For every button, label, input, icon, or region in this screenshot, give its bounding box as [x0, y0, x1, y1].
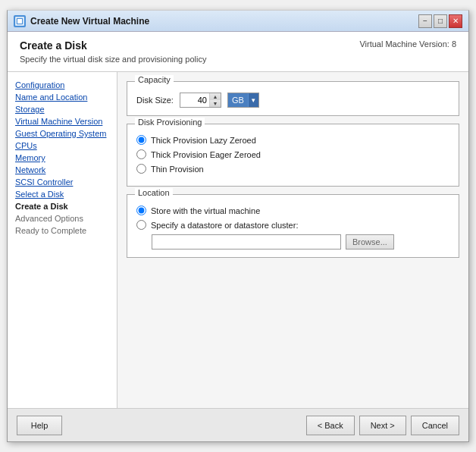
- sidebar-item-create-disk: Create a Disk: [14, 201, 111, 212]
- radio-row-thick-eager: Thick Provision Eager Zeroed: [136, 149, 449, 159]
- maximize-button[interactable]: □: [434, 14, 447, 28]
- minimize-button[interactable]: −: [418, 14, 432, 28]
- svg-rect-1: [17, 19, 22, 24]
- radio-store-vm[interactable]: [136, 206, 146, 215]
- disk-size-input[interactable]: [180, 93, 209, 107]
- sidebar-item-ready: Ready to Complete: [14, 225, 111, 236]
- sidebar-item-network[interactable]: Network: [14, 165, 111, 175]
- spinbox-buttons: ▲ ▼: [209, 93, 221, 107]
- disk-size-spinbox[interactable]: ▲ ▼: [180, 93, 221, 108]
- main-content: Configuration Name and Location Storage …: [8, 72, 468, 408]
- provisioning-content: Thick Provision Lazy Zeroed Thick Provis…: [127, 124, 459, 186]
- sidebar-item-vm-version[interactable]: Virtual Machine Version: [14, 116, 111, 127]
- radio-thick-eager[interactable]: [136, 149, 146, 159]
- radio-row-specify-ds: Specify a datastore or datastore cluster…: [136, 220, 449, 230]
- disk-size-label: Disk Size:: [136, 96, 174, 105]
- spinbox-up[interactable]: ▲: [210, 93, 221, 100]
- header: Create a Disk Specify the virtual disk s…: [8, 32, 468, 72]
- label-thick-lazy[interactable]: Thick Provision Lazy Zeroed: [151, 136, 256, 145]
- browse-button[interactable]: Browse...: [346, 234, 394, 250]
- page-subtitle: Specify the virtual disk size and provis…: [20, 55, 206, 64]
- next-button[interactable]: Next >: [359, 416, 406, 435]
- title-bar: Create New Virtual Machine − □ ✕: [8, 11, 468, 32]
- header-left: Create a Disk Specify the virtual disk s…: [20, 39, 206, 64]
- sidebar-item-advanced: Advanced Options: [14, 213, 111, 224]
- main-window: Create New Virtual Machine − □ ✕ Create …: [7, 10, 469, 442]
- capacity-group-title: Capacity: [135, 75, 174, 84]
- back-button[interactable]: < Back: [306, 416, 355, 435]
- radio-thick-lazy[interactable]: [136, 135, 146, 145]
- close-button[interactable]: ✕: [449, 14, 462, 28]
- sidebar-item-configuration[interactable]: Configuration: [14, 80, 111, 90]
- radio-row-thin: Thin Provision: [136, 164, 449, 174]
- disk-size-row: Disk Size: ▲ ▼ GB ▼: [136, 93, 449, 108]
- sidebar-item-scsi[interactable]: SCSI Controller: [14, 177, 111, 187]
- capacity-content: Disk Size: ▲ ▼ GB ▼: [127, 82, 459, 115]
- window-controls: − □ ✕: [418, 14, 462, 28]
- label-thick-eager[interactable]: Thick Provision Eager Zeroed: [151, 150, 261, 159]
- content-area: Capacity Disk Size: ▲ ▼ GB: [117, 72, 468, 408]
- radio-specify-ds[interactable]: [136, 220, 146, 230]
- location-group-title: Location: [135, 188, 173, 197]
- sidebar-item-cpus[interactable]: CPUs: [14, 140, 111, 151]
- capacity-group: Capacity Disk Size: ▲ ▼ GB: [127, 81, 459, 116]
- sidebar-item-memory[interactable]: Memory: [14, 152, 111, 163]
- footer-left: Help: [17, 416, 306, 435]
- window-title: Create New Virtual Machine: [30, 16, 418, 27]
- radio-thin[interactable]: [136, 164, 146, 174]
- datastore-input[interactable]: [152, 234, 341, 250]
- unit-arrow-icon: ▼: [248, 93, 258, 107]
- radio-row-thick-lazy: Thick Provision Lazy Zeroed: [136, 135, 449, 145]
- footer: Help < Back Next > Cancel: [8, 408, 468, 441]
- sidebar-item-name-location[interactable]: Name and Location: [14, 92, 111, 102]
- label-thin[interactable]: Thin Provision: [151, 165, 204, 174]
- unit-dropdown[interactable]: GB ▼: [227, 93, 259, 108]
- label-specify-ds[interactable]: Specify a datastore or datastore cluster…: [151, 221, 298, 230]
- page-title: Create a Disk: [20, 39, 206, 52]
- datastore-input-row: Browse...: [152, 234, 449, 250]
- cancel-button[interactable]: Cancel: [411, 416, 459, 435]
- unit-text: GB: [228, 96, 248, 105]
- version-label: Virtual Machine Version: 8: [359, 39, 456, 49]
- sidebar-item-storage[interactable]: Storage: [14, 104, 111, 115]
- sidebar-item-select-disk[interactable]: Select a Disk: [14, 189, 111, 199]
- provisioning-group-title: Disk Provisioning: [135, 118, 205, 127]
- sidebar: Configuration Name and Location Storage …: [8, 72, 117, 408]
- help-button[interactable]: Help: [17, 416, 62, 435]
- window-icon: [14, 15, 26, 27]
- label-store-vm[interactable]: Store with the virtual machine: [151, 206, 260, 215]
- radio-row-store-vm: Store with the virtual machine: [136, 206, 449, 215]
- footer-right: < Back Next > Cancel: [306, 416, 459, 435]
- spinbox-down[interactable]: ▼: [210, 100, 221, 107]
- location-content: Store with the virtual machine Specify a…: [127, 195, 459, 257]
- sidebar-item-guest-os[interactable]: Guest Operating System: [14, 128, 111, 139]
- location-group: Location Store with the virtual machine …: [127, 194, 459, 258]
- provisioning-group: Disk Provisioning Thick Provision Lazy Z…: [127, 124, 459, 187]
